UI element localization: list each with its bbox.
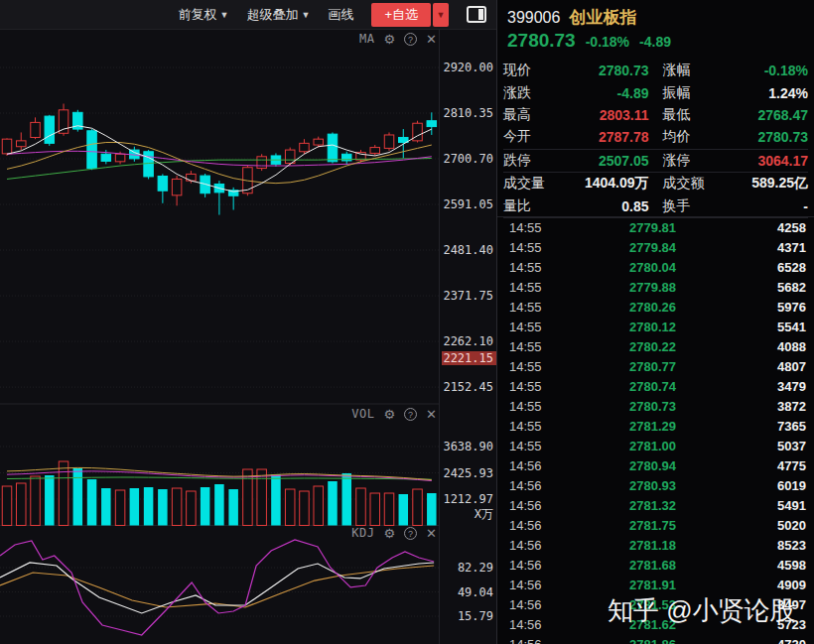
tick-price: 2781.00: [569, 439, 737, 453]
tick-price: 2780.77: [569, 359, 737, 374]
last-price-line: 2780.73 -0.18% -4.89: [507, 30, 671, 52]
axis-tick-label: 49.04: [458, 585, 493, 599]
quote-value: 2803.11: [553, 107, 649, 123]
quote-label: 成交额: [663, 175, 713, 193]
axis-tick-label: 2591.05: [443, 197, 493, 211]
tick-volume: 4371: [737, 240, 814, 255]
tick-row: 14:562780.936019: [497, 475, 814, 495]
gear-icon[interactable]: ⚙: [383, 408, 395, 421]
tick-row: 14:552779.844371: [497, 237, 814, 257]
tick-time: 14:55: [497, 419, 569, 434]
axis-tick-label: 15.79: [458, 609, 493, 623]
quote-detail-grid: 现价2780.73涨幅-0.18%涨跌-4.89振幅1.24%最高2803.11…: [503, 60, 808, 218]
panel-toggle-icon[interactable]: [467, 6, 486, 23]
tick-price: 2781.18: [569, 538, 737, 553]
axis-tick-label: 2810.35: [443, 106, 493, 120]
quote-value: 3064.17: [713, 153, 809, 169]
tick-volume: 4909: [737, 578, 814, 592]
close-icon[interactable]: ✕: [426, 408, 437, 421]
axis-tick-label: 2700.70: [443, 152, 493, 166]
quote-row: 量比0.85换手-: [503, 194, 808, 217]
ma-indicator-label: MA: [359, 32, 374, 46]
tick-row: 14:552781.297365: [497, 416, 814, 436]
time-sales-list: 14:552779.81425814:552779.84437114:55278…: [497, 216, 814, 644]
tick-volume: 5976: [737, 300, 814, 315]
axis-tick-label: 2371.75: [443, 289, 493, 303]
change-percent: -0.18%: [586, 34, 629, 50]
tick-time: 14:55: [497, 220, 569, 235]
tick-row: 14:552779.885682: [497, 277, 814, 297]
quote-row: 跌停2507.05涨停3064.17: [503, 150, 808, 173]
tick-time: 14:56: [497, 538, 569, 553]
quote-row: 现价2780.73涨幅-0.18%: [503, 60, 808, 81]
tick-volume: 5682: [737, 280, 814, 295]
tick-row: 14:562781.914909: [497, 575, 814, 594]
close-icon[interactable]: ✕: [426, 33, 437, 46]
axis-highlight-label: 2221.15: [442, 351, 496, 365]
kdj-pane-header: KDJ ⚙ ? ✕: [351, 526, 437, 540]
tick-time: 14:55: [497, 439, 569, 453]
axis-tick-label: 2920.00: [443, 61, 493, 74]
tick-row: 14:552780.046528: [497, 257, 814, 277]
tick-volume: 4775: [737, 458, 814, 473]
quote-panel: 399006 创业板指 2780.73 -0.18% -4.89 现价2780.…: [496, 0, 814, 644]
tick-price: 2781.29: [569, 419, 737, 434]
gear-icon[interactable]: ⚙: [383, 33, 395, 46]
tick-price: 2779.81: [569, 220, 737, 235]
instrument-code: 399006: [507, 9, 560, 27]
help-icon[interactable]: ?: [404, 408, 417, 421]
chart-region: 前复权 ▼ 超级叠加 ▼ 画线 +自选 ▼ MA ⚙ ? ✕: [0, 0, 496, 644]
add-watchlist-dropdown[interactable]: ▼: [433, 3, 449, 27]
gear-icon[interactable]: ⚙: [383, 527, 395, 540]
chevron-down-icon: ▼: [301, 10, 310, 20]
tick-volume: 6019: [737, 478, 814, 493]
tick-price: 2781.75: [569, 518, 737, 533]
axis-tick-label: 2262.10: [443, 334, 493, 348]
tick-price: 2781.32: [569, 498, 737, 513]
tick-price: 2779.88: [569, 280, 737, 295]
draw-line-label: 画线: [328, 6, 353, 24]
tick-row: 14:552780.224088: [497, 336, 814, 356]
tick-price: 2781.86: [569, 637, 737, 644]
quote-label: 最高: [503, 106, 553, 124]
quote-value: 2507.05: [553, 153, 649, 169]
tick-time: 14:56: [497, 597, 569, 612]
quote-label: 振幅: [663, 84, 713, 102]
draw-line-button[interactable]: 画线: [328, 6, 353, 24]
add-watchlist-group: +自选 ▼: [371, 3, 449, 27]
price-axis: 2920.002810.352700.702591.052481.402371.…: [439, 30, 497, 644]
tick-volume: 4807: [737, 359, 814, 374]
overlay-menu[interactable]: 超级叠加 ▼: [246, 6, 310, 24]
price-chart-canvas[interactable]: [0, 30, 496, 644]
tick-row: 14:562781.684598: [497, 555, 814, 575]
quote-value: 0.85: [553, 198, 649, 214]
tick-price: 2780.26: [569, 300, 737, 315]
quote-label: 现价: [503, 62, 553, 79]
tick-row: 14:562781.188523: [497, 535, 814, 555]
tick-time: 14:56: [497, 498, 569, 513]
quote-row: 今开2787.78均价2780.73: [503, 126, 808, 149]
add-watchlist-button[interactable]: +自选: [371, 3, 431, 27]
chevron-down-icon: ▼: [220, 10, 229, 20]
tick-volume: 6528: [737, 260, 814, 275]
quote-row: 涨跌-4.89振幅1.24%: [503, 81, 808, 103]
tick-time: 14:56: [497, 558, 569, 573]
tick-price: 2780.12: [569, 320, 737, 334]
help-icon[interactable]: ?: [404, 33, 417, 46]
tick-time: 14:56: [497, 478, 569, 493]
adjust-mode-menu[interactable]: 前复权 ▼: [179, 6, 229, 24]
vol-indicator-label: VOL: [351, 407, 374, 421]
quote-value: 2780.73: [553, 63, 649, 78]
tick-price: 2781.91: [569, 578, 737, 592]
quote-row: 成交量1404.09万成交额589.25亿: [503, 173, 808, 194]
help-icon[interactable]: ?: [404, 527, 417, 540]
tick-row: 14:552780.743479: [497, 376, 814, 396]
quote-value: 1404.09万: [553, 175, 649, 193]
quote-value: -4.89: [553, 85, 649, 101]
quote-label: 涨跌: [503, 84, 553, 102]
tick-time: 14:56: [497, 617, 569, 632]
tick-time: 14:55: [497, 339, 569, 354]
quote-label: 涨幅: [663, 62, 713, 79]
close-icon[interactable]: ✕: [426, 527, 437, 540]
quote-row: 最高2803.11最低2768.47: [503, 104, 808, 126]
